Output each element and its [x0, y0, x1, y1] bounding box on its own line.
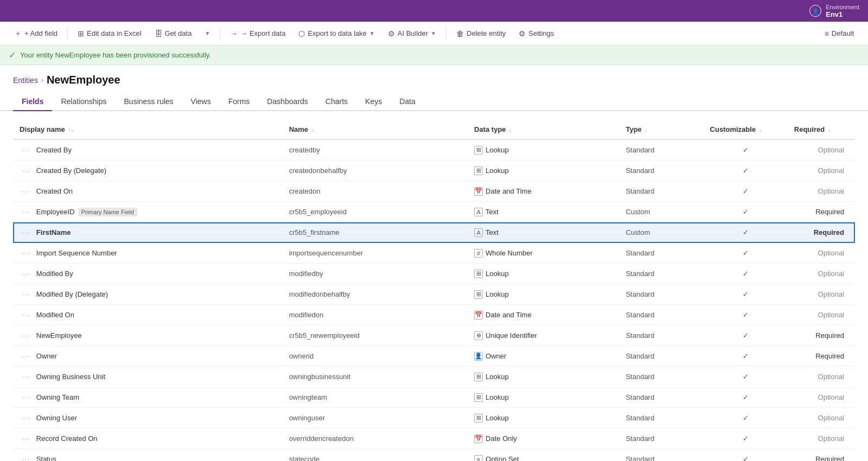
table-row[interactable]: ···Record Created Onoverriddencreatedon📅…: [13, 428, 855, 449]
data-type-icon: ⊞: [474, 146, 483, 155]
customizable-checkmark: ✓: [743, 373, 749, 381]
customizable-checkmark: ✓: [743, 455, 749, 461]
tab-keys[interactable]: Keys: [356, 93, 391, 111]
delete-entity-button[interactable]: 🗑 Delete entity: [451, 27, 511, 41]
row-menu-button[interactable]: ···: [20, 372, 33, 382]
data-type-label: Lookup: [486, 146, 509, 154]
row-menu-button[interactable]: ···: [20, 392, 33, 402]
row-menu-button[interactable]: ···: [20, 145, 33, 155]
field-name: modifiedon: [283, 305, 468, 325]
col-header-type[interactable]: Type ↓: [619, 120, 703, 139]
row-menu-button[interactable]: ···: [20, 310, 33, 320]
tab-data[interactable]: Data: [391, 93, 424, 111]
table-row[interactable]: ···Modified Bymodifiedby⊞LookupStandard✓…: [13, 264, 855, 284]
data-type-icon: ≡: [474, 455, 483, 462]
field-required: Optional: [788, 387, 855, 408]
row-menu-button[interactable]: ···: [20, 351, 33, 361]
tab-forms[interactable]: Forms: [220, 93, 259, 111]
sort-icon-name: ↓: [311, 127, 314, 133]
tab-relationships[interactable]: Relationships: [52, 93, 115, 111]
success-message: Your entity NewEmployee has been provisi…: [20, 51, 211, 59]
ai-builder-button[interactable]: ⚙ AI Builder ▼: [382, 27, 442, 41]
row-menu-button[interactable]: ···: [20, 268, 33, 279]
field-name: ownerid: [283, 346, 468, 367]
environment-info: 👤 Environment Env1: [809, 4, 859, 18]
breadcrumb-parent-link[interactable]: Entities: [13, 76, 38, 85]
row-menu-button[interactable]: ···: [20, 186, 33, 196]
data-type-icon: 📅: [474, 187, 483, 196]
table-row[interactable]: ···Owning Business Unitowningbusinessuni…: [13, 367, 855, 387]
edit-excel-button[interactable]: ⊞ Edit data in Excel: [72, 27, 146, 41]
settings-icon: ⚙: [519, 29, 526, 38]
table-row[interactable]: ···Created By (Delegate)createdonbehalfb…: [13, 161, 855, 181]
table-row[interactable]: ···NewEmployeecr5b5_newemployeeid⊕Unique…: [13, 325, 855, 346]
row-menu-button[interactable]: ···: [20, 207, 33, 217]
table-row[interactable]: ···Owning Teamowningteam⊞LookupStandard✓…: [13, 387, 855, 408]
data-type-icon: ⊞: [474, 167, 483, 175]
data-type-icon: ⊞: [474, 414, 483, 422]
ai-icon: ⚙: [388, 29, 395, 38]
breadcrumb-current: NewEmployee: [47, 74, 120, 86]
field-display-name: Import Sequence Number: [36, 249, 117, 257]
table-row[interactable]: ···Modified By (Delegate)modifiedonbehal…: [13, 284, 855, 305]
data-type-label: Lookup: [486, 393, 509, 401]
customizable-checkmark: ✓: [743, 352, 749, 360]
row-menu-button[interactable]: ···: [20, 227, 33, 238]
tab-business-rules[interactable]: Business rules: [116, 93, 182, 111]
table-row[interactable]: ···Created Oncreatedon📅Date and TimeStan…: [13, 181, 855, 202]
field-display-name: Record Created On: [36, 434, 98, 443]
customizable-checkmark: ✓: [743, 187, 749, 195]
toolbar: ＋ + Add field ⊞ Edit data in Excel 🗄 Get…: [0, 22, 868, 46]
field-required: Required: [788, 449, 855, 462]
export-data-button[interactable]: → → Export data: [225, 27, 291, 41]
field-required: Optional: [788, 408, 855, 428]
field-type: Standard: [619, 428, 703, 449]
table-header: Display name ↑↓ Name ↓ Data type ↓ Type …: [13, 120, 855, 139]
col-header-customizable[interactable]: Customizable ↓: [704, 120, 788, 139]
data-type-icon: A: [474, 228, 483, 237]
data-type-label: Lookup: [486, 414, 509, 422]
data-type-label: Text: [486, 208, 499, 216]
col-header-name[interactable]: Name ↓: [283, 120, 468, 139]
default-button[interactable]: ≡ Default: [819, 27, 859, 41]
export-lake-button[interactable]: ⬡ Export to data lake ▼: [293, 27, 380, 41]
add-icon: ＋: [14, 29, 22, 39]
col-header-required[interactable]: Required ↓: [788, 120, 855, 139]
col-header-display-name[interactable]: Display name ↑↓: [13, 120, 283, 139]
tab-dashboards[interactable]: Dashboards: [258, 93, 317, 111]
field-type: Standard: [619, 325, 703, 346]
field-required: Required: [788, 202, 855, 222]
row-menu-button[interactable]: ···: [20, 248, 33, 258]
row-menu-button[interactable]: ···: [20, 413, 33, 423]
add-field-button[interactable]: ＋ + Add field: [9, 26, 63, 41]
row-menu-button[interactable]: ···: [20, 433, 33, 444]
col-header-data-type[interactable]: Data type ↓: [468, 120, 619, 139]
table-row[interactable]: ···EmployeeIDPrimary Name Fieldcr5b5_emp…: [13, 202, 855, 222]
table-row[interactable]: ···Ownerownerid👤OwnerStandard✓Required: [13, 346, 855, 367]
table-row[interactable]: ···FirstNamecr5b5_firstnameATextCustom✓R…: [13, 222, 855, 243]
table-row[interactable]: ···Statusstatecode≡Option SetStandard✓Re…: [13, 449, 855, 462]
row-menu-button[interactable]: ···: [20, 165, 33, 176]
breadcrumb-separator: ›: [41, 76, 43, 84]
table-row[interactable]: ···Import Sequence Numberimportsequencen…: [13, 243, 855, 264]
customizable-checkmark: ✓: [743, 228, 749, 236]
field-name: statecode: [283, 449, 468, 462]
table-row[interactable]: ···Modified Onmodifiedon📅Date and TimeSt…: [13, 305, 855, 325]
table-row[interactable]: ···Created Bycreatedby⊞LookupStandard✓Op…: [13, 139, 855, 161]
customizable-checkmark: ✓: [743, 270, 749, 278]
field-name: createdby: [283, 139, 468, 161]
table-row[interactable]: ···Owning Userowninguser⊞LookupStandard✓…: [13, 408, 855, 428]
chevron-down-icon: ▼: [205, 30, 210, 36]
get-data-chevron[interactable]: ▼: [199, 28, 215, 39]
get-data-button[interactable]: 🗄 Get data: [149, 27, 197, 41]
row-menu-button[interactable]: ···: [20, 289, 33, 299]
tab-fields[interactable]: Fields: [13, 93, 52, 111]
tab-charts[interactable]: Charts: [317, 93, 356, 111]
row-menu-button[interactable]: ···: [20, 454, 33, 461]
chevron-down-icon3: ▼: [431, 30, 436, 36]
customizable-checkmark: ✓: [743, 167, 749, 175]
row-menu-button[interactable]: ···: [20, 330, 33, 341]
field-type: Standard: [619, 367, 703, 387]
settings-button[interactable]: ⚙ Settings: [513, 27, 559, 41]
tab-views[interactable]: Views: [182, 93, 220, 111]
